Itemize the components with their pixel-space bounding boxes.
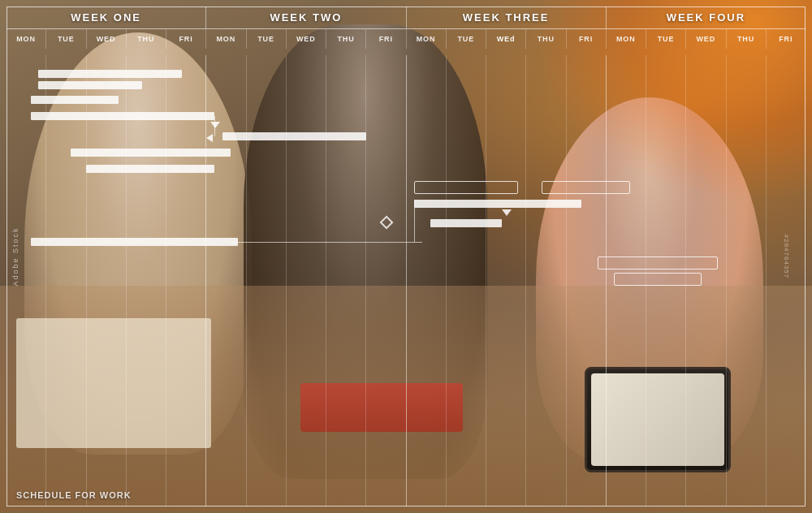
day-w2-thu: THU [326, 29, 366, 49]
gantt-chart-overlay: WEEK ONE WEEK TWO WEEK THREE WEEK FOUR M… [0, 0, 812, 513]
day-w1-tue: TUE [46, 29, 86, 49]
day-w3-mon: MON [407, 29, 447, 49]
week-headers-row: WEEK ONE WEEK TWO WEEK THREE WEEK FOUR [6, 6, 806, 29]
gantt-bar-8 [414, 200, 582, 208]
day-w1-thu: THU [127, 29, 166, 49]
gantt-bars [6, 55, 806, 507]
adobe-watermark: Adobe Stock [11, 226, 19, 286]
day-w1-mon: MON [6, 29, 46, 49]
gantt-bar-10 [31, 238, 239, 246]
day-w3-fri: FRI [567, 29, 607, 49]
gantt-bar-6 [86, 165, 214, 173]
gantt-bar-1 [38, 70, 182, 78]
connector-v2 [414, 200, 415, 242]
schedule-label: SCHEDULE FOR WORK [16, 490, 132, 500]
day-w3-thu: THU [526, 29, 566, 49]
day-w4-mon: MON [607, 29, 646, 49]
week-three-header: WEEK THREE [407, 6, 607, 28]
gantt-milestone [380, 216, 394, 230]
connector-h1 [231, 242, 422, 243]
gantt-bar-12 [614, 273, 702, 286]
gantt-bar-7a [414, 181, 518, 194]
day-w4-fri: FRI [767, 29, 806, 49]
gantt-bar-4 [222, 132, 366, 140]
gantt-bar-2 [31, 96, 119, 104]
stock-number: #284764357 [782, 235, 789, 279]
day-w4-wed: WED [686, 29, 726, 49]
day-w1-wed: WED [87, 29, 127, 49]
arrow-row4-left [206, 134, 213, 142]
day-w4-tue: TUE [646, 29, 686, 49]
day-w3-wed: WEd [486, 29, 526, 49]
arrow-row8 [502, 209, 512, 216]
day-w2-tue: TUE [247, 29, 287, 49]
day-w2-mon: MON [206, 29, 246, 49]
arrow-row3 [210, 122, 220, 128]
gantt-bar-1b [38, 81, 142, 89]
gantt-bar-11 [598, 256, 718, 269]
connector-v1 [214, 116, 215, 136]
main-container: WEEK ONE WEEK TWO WEEK THREE WEEK FOUR M… [0, 0, 812, 513]
day-w3-tue: TUE [447, 29, 486, 49]
week-one-header: WEEK ONE [6, 6, 206, 28]
day-w2-wed: WED [287, 29, 326, 49]
gantt-bar-9 [430, 219, 503, 227]
day-headers-row: MON TUE WED THU FRI MON TUE WED THU FRI … [6, 29, 806, 49]
gantt-bar-3 [31, 112, 214, 120]
gantt-bar-7b [542, 181, 629, 194]
day-w4-thu: THU [727, 29, 767, 49]
day-w1-fri: FRI [166, 29, 206, 49]
gantt-bar-5 [71, 149, 231, 157]
day-w2-fri: FRI [366, 29, 406, 49]
week-two-header: WEEK TWO [206, 6, 406, 28]
week-four-header: WEEK FOUR [607, 6, 806, 28]
gantt-body [6, 55, 806, 507]
